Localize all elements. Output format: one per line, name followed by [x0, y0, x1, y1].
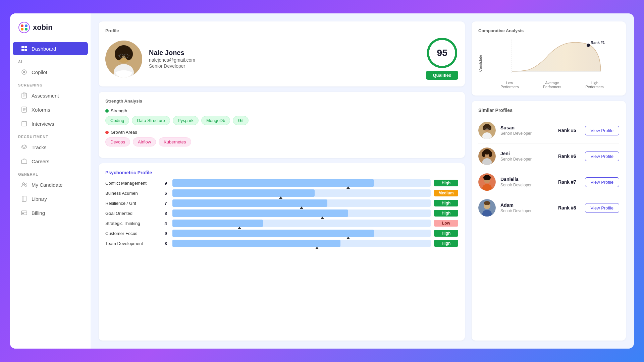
sidebar-item-tracks[interactable]: Tracks [13, 140, 88, 154]
psycho-level-5: High [434, 230, 458, 237]
sidebar-item-my-candidate[interactable]: My Candidate [13, 178, 88, 191]
strength-dot-red [105, 131, 109, 134]
sidebar-item-interviews[interactable]: Interviews [13, 117, 88, 130]
sidebar-item-label-interviews: Interviews [32, 121, 54, 127]
psycho-bar-marker-4 [238, 227, 241, 229]
main-content: Profile [91, 13, 634, 349]
sidebar-item-copilot[interactable]: Copilot [13, 65, 88, 79]
psycho-score-2: 7 [162, 201, 169, 206]
psycho-row-5: Customer Focus 9 High [105, 230, 458, 237]
sidebar-item-dashboard[interactable]: Dashboard [13, 42, 88, 55]
score-section: 95 Qualified [426, 38, 458, 80]
growth-tags: Devops Airflow Kubernetes [105, 137, 458, 146]
logo: xobin [10, 21, 91, 42]
psycho-row-4: Strategic Thinking 4 Low [105, 220, 458, 227]
candidate-avatar [105, 41, 142, 77]
psycho-label-5: Customer Focus [105, 231, 159, 236]
sidebar-item-xoforms[interactable]: Xoforms [13, 103, 88, 116]
psycho-bar-1 [172, 189, 431, 197]
psycho-bar-fill-0 [172, 179, 374, 187]
psycho-bar-5 [172, 230, 431, 237]
sidebar-item-billing[interactable]: Billing [13, 206, 88, 220]
similar-profile-role-2: Senoir Developer [500, 183, 532, 187]
psycho-bar-fill-1 [172, 189, 315, 197]
similar-profile-rank-3: Rank #8 [558, 205, 576, 210]
tag-airflow: Airflow [133, 137, 156, 146]
profile-info: Nale Jones nalejones@gmail.com Senior De… [149, 49, 419, 69]
psycho-bar-marker-3 [321, 217, 324, 219]
tag-git: Git [233, 116, 249, 125]
psycho-level-2: High [434, 200, 458, 206]
chart-x-labels: LowPerformers AveragePerformers HighPerf… [485, 81, 619, 89]
similar-profile-avatar-0 [478, 122, 496, 139]
tag-devops: Devops [105, 137, 130, 146]
comparative-title: Comparative Analysis [478, 28, 619, 33]
sidebar-section-screening: SCREENING [10, 79, 91, 88]
view-profile-button-1[interactable]: View Profile [585, 152, 619, 161]
svg-rect-6 [24, 46, 27, 48]
psycho-bar-marker-2 [300, 206, 303, 209]
strength-card: Strength Analysis Strength Coding Data S… [99, 92, 465, 158]
psycho-bar-4 [172, 220, 431, 227]
score-value: 95 [437, 48, 447, 58]
sidebar-item-label-billing: Billing [32, 210, 45, 216]
similar-profile-info-1: Jeni Senoir Developer [500, 151, 532, 162]
comparative-card: Comparative Analysis Candidate [472, 21, 626, 96]
sidebar-item-label-library: Library [32, 196, 47, 202]
psycho-label-4: Strategic Thinking [105, 221, 159, 226]
psycho-bar-6 [172, 240, 431, 247]
similar-profile-rank-0: Rank #5 [558, 128, 576, 133]
svg-point-10 [23, 71, 25, 73]
similar-profile-role-3: Senoir Developer [500, 208, 532, 213]
psycho-score-6: 8 [162, 241, 169, 246]
sidebar-item-label-dashboard: Dashboard [32, 46, 56, 52]
x-label-avg: AveragePerformers [543, 81, 561, 89]
similar-profile-avatar-1 [478, 147, 496, 165]
svg-rect-24 [21, 160, 27, 164]
copilot-icon [21, 69, 28, 75]
svg-point-0 [19, 22, 30, 33]
psycho-score-0: 9 [162, 181, 169, 186]
psycho-level-0: High [434, 180, 458, 186]
bell-curve-svg: Rank #1 [485, 38, 619, 78]
psycho-level-1: Medium [434, 190, 458, 196]
sidebar-section-ai: AI [10, 56, 91, 65]
svg-rect-8 [24, 49, 27, 51]
psycho-bar-marker-0 [346, 186, 350, 189]
psycho-bar-marker-1 [279, 196, 282, 199]
psycho-bar-fill-2 [172, 199, 327, 207]
psycho-bar-3 [172, 209, 431, 217]
psycho-row-6: Team Development 8 High [105, 240, 458, 247]
view-profile-button-2[interactable]: View Profile [585, 177, 619, 187]
psycho-score-1: 6 [162, 191, 169, 196]
sidebar-item-label-careers: Careers [32, 159, 49, 164]
sidebar-item-assessment[interactable]: Assessment [13, 89, 88, 102]
profile-section-label: Profile [105, 28, 458, 33]
similar-profile-avatar-2 [478, 173, 496, 191]
sidebar-item-label-assessment: Assessment [32, 93, 59, 99]
similar-profile-role-0: Senoir Developer [500, 131, 532, 136]
psycho-level-3: High [434, 210, 458, 217]
view-profile-button-0[interactable]: View Profile [585, 126, 619, 135]
avatar-svg [105, 41, 142, 77]
similar-profile-avatar-3 [478, 199, 496, 217]
similar-profiles-title: Similar Profiles [478, 108, 619, 113]
qualified-badge: Qualified [426, 71, 458, 80]
similar-profile-name-3: Adam [500, 202, 532, 208]
sidebar-item-label-tracks: Tracks [32, 144, 46, 150]
psycho-score-4: 4 [162, 221, 169, 226]
sidebar-item-library[interactable]: Library [13, 192, 88, 205]
similar-profile-name-2: Daniella [500, 177, 532, 182]
view-profile-button-3[interactable]: View Profile [585, 203, 619, 213]
sidebar-item-careers[interactable]: Careers [13, 155, 88, 168]
psycho-bar-2 [172, 199, 431, 207]
psycho-bar-0 [172, 179, 431, 187]
psychometric-card: Psychometric Profile Conflict Management… [99, 163, 465, 341]
svg-rect-7 [21, 49, 24, 51]
app-container: xobin Dashboard AI Copilot [10, 13, 634, 349]
psycho-row-0: Conflict Management 9 High [105, 179, 458, 187]
calendar-icon [21, 120, 28, 127]
xobin-logo-icon [18, 21, 30, 34]
psycho-bar-marker-6 [315, 247, 319, 249]
x-label-high: HighPerformers [585, 81, 603, 89]
